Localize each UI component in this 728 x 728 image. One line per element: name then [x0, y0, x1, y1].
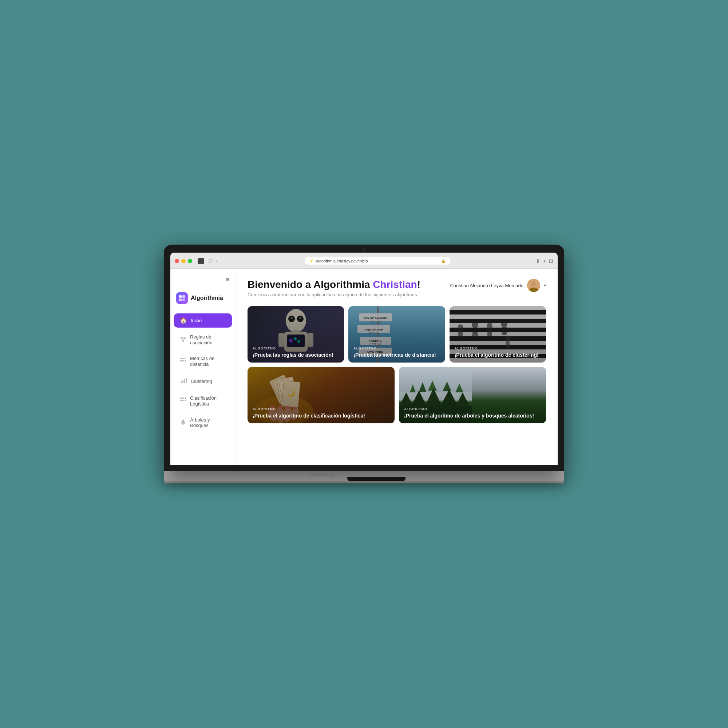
card-tag: ALGORITMO — [252, 347, 339, 350]
browser-toolbar: ⬛ ⊡ ‹ ⚡ algorithmia.chrisley.dev/inicio … — [170, 252, 558, 269]
card-title: ¡Prueba las reglas de asociación! — [252, 352, 339, 358]
card-metricas[interactable]: RIO DE JANEIRO 9,603 KM AMSTERDAM 9,925 … — [348, 306, 445, 362]
sidebar-item-clustering[interactable]: Clustering — [174, 373, 232, 389]
traffic-lights — [175, 259, 192, 263]
macbook-label: MacBook — [310, 472, 335, 477]
svg-rect-15 — [184, 379, 185, 383]
window-icon: ⊡ — [208, 258, 212, 263]
card-clustering[interactable]: ALGORITMO ¡Prueba el algoritmo de cluste… — [450, 306, 546, 362]
card-title: ¡Prueba el algoritmo de clustering! — [455, 352, 541, 358]
svg-rect-2 — [179, 298, 182, 301]
page-title: Bienvenido a Algorithmia Christian! — [248, 279, 421, 291]
svg-rect-9 — [185, 358, 186, 359]
maximize-button[interactable] — [188, 259, 192, 263]
svg-point-5 — [184, 337, 186, 339]
sidebar-toggle-icon[interactable]: ⊡ — [549, 258, 553, 264]
metricas-icon — [180, 358, 187, 366]
svg-rect-0 — [179, 295, 182, 298]
browser-actions: ⬆ + ⊡ — [536, 258, 553, 264]
svg-rect-16 — [186, 378, 187, 383]
logo-icon — [176, 292, 188, 304]
title-prefix: Bienvenido a Algorithmia — [248, 279, 373, 290]
svg-rect-12 — [185, 360, 186, 361]
svg-rect-3 — [182, 298, 185, 301]
card-tag: ALGORITMO — [252, 407, 390, 411]
back-button[interactable]: ⬛ — [196, 257, 206, 265]
svg-rect-18 — [182, 398, 184, 399]
share-icon[interactable]: ⬆ — [536, 258, 540, 264]
svg-rect-1 — [182, 295, 185, 298]
clustering-icon — [180, 377, 187, 385]
svg-rect-20 — [180, 400, 182, 401]
svg-rect-7 — [180, 358, 182, 359]
macbook-container: ⬛ ⊡ ‹ ⚡ algorithmia.chrisley.dev/inicio … — [164, 245, 564, 483]
sidebar-item-label: Clustering — [191, 379, 212, 384]
secure-icon: 🔒 — [441, 259, 445, 263]
card-content: ALGORITMO ¡Prueba el algoritmo de clasif… — [248, 403, 395, 423]
reglas-icon — [180, 336, 187, 344]
page-header: Bienvenido a Algorithmia Christian! Comi… — [248, 279, 546, 297]
sidebar-item-label: Clasificación Logística — [190, 395, 226, 407]
svg-rect-19 — [185, 398, 186, 399]
sidebar: ≡ Algorithmia — [170, 269, 236, 465]
sidebar-item-clasificacion[interactable]: Clasificación Logística — [174, 392, 232, 410]
address-bar[interactable]: ⚡ algorithmia.chrisley.dev/inicio 🔒 — [305, 257, 450, 265]
cards-top-row: ALGORITMO ¡Prueba las reglas de asociaci… — [248, 306, 546, 362]
browser-nav: ⬛ ⊡ ‹ — [196, 256, 219, 265]
svg-point-27 — [531, 281, 536, 286]
address-text: algorithmia.chrisley.dev/inicio — [316, 259, 368, 263]
address-bar-wrapper: ⚡ algorithmia.chrisley.dev/inicio 🔒 — [223, 257, 532, 265]
card-content: ALGORITMO ¡Prueba el algoritmo de cluste… — [450, 342, 546, 362]
hamburger-button[interactable]: ≡ — [224, 274, 231, 285]
card-title: ¡Prueba el algoritmo de clasificación lo… — [252, 412, 390, 419]
home-icon: 🏠 — [180, 317, 187, 324]
card-tag: ALGORITMO — [353, 347, 440, 350]
svg-rect-17 — [180, 398, 182, 399]
nav-prev-button[interactable]: ‹ — [214, 256, 219, 265]
card-title: ¡Prueba el algoritmo de arboles y bosque… — [404, 412, 541, 419]
card-reglas[interactable]: ALGORITMO ¡Prueba las reglas de asociaci… — [248, 306, 344, 362]
main-content: Bienvenido a Algorithmia Christian! Comi… — [236, 269, 558, 465]
svg-rect-25 — [183, 424, 184, 425]
svg-rect-22 — [185, 400, 186, 401]
card-tag: ALGORITMO — [455, 347, 541, 350]
card-title: ¡Prueba las métricas de distancia! — [353, 352, 440, 358]
macbook-notch — [347, 477, 405, 481]
sidebar-item-label: Árboles y Bosques — [190, 417, 226, 428]
svg-rect-10 — [180, 360, 182, 361]
macbook-base: MacBook — [164, 471, 564, 481]
clasificacion-icon — [180, 397, 187, 405]
page-subtitle: Comienza a interactuar con la aplicación… — [248, 292, 421, 297]
sidebar-item-inicio[interactable]: 🏠 Inicio — [174, 314, 232, 327]
title-highlight: Christian — [373, 279, 417, 290]
card-arboles[interactable]: ALGORITMO ¡Prueba el algoritmo de arbole… — [399, 367, 546, 423]
svg-rect-13 — [180, 381, 182, 383]
screen-bezel: ⬛ ⊡ ‹ ⚡ algorithmia.chrisley.dev/inicio … — [164, 245, 564, 471]
card-content: ALGORITMO ¡Prueba las métricas de distan… — [348, 342, 445, 362]
sidebar-item-label: Reglas de asociación — [190, 334, 226, 346]
sidebar-item-arboles[interactable]: Árboles y Bosques — [174, 413, 232, 432]
svg-rect-21 — [182, 400, 184, 401]
add-tab-icon[interactable]: + — [543, 258, 546, 264]
card-content: ALGORITMO ¡Prueba las reglas de asociaci… — [248, 342, 344, 362]
browser-window: ⬛ ⊡ ‹ ⚡ algorithmia.chrisley.dev/inicio … — [170, 252, 558, 465]
app-container: ≡ Algorithmia — [170, 269, 558, 465]
logo-text: Algorithmia — [191, 295, 223, 301]
page-title-area: Bienvenido a Algorithmia Christian! Comi… — [248, 279, 421, 297]
cards-bottom-row: ☀ ★ 🌙 — [248, 367, 546, 423]
minimize-button[interactable] — [181, 259, 186, 263]
card-clasificacion[interactable]: ☀ ★ 🌙 — [248, 367, 395, 423]
close-button[interactable] — [175, 259, 179, 263]
user-badge[interactable]: Christian Alejandro Leyva Mercado ▾ — [450, 279, 546, 292]
card-tag: ALGORITMO — [404, 407, 541, 411]
sidebar-item-label: Métricas de distancia — [190, 356, 226, 367]
svg-point-4 — [180, 337, 183, 339]
svg-rect-8 — [182, 358, 184, 359]
svg-point-6 — [182, 340, 184, 342]
sidebar-item-metricas[interactable]: Métricas de distancia — [174, 352, 232, 370]
svg-rect-14 — [182, 380, 184, 383]
sidebar-item-reglas[interactable]: Reglas de asociación — [174, 330, 232, 349]
sidebar-logo: Algorithmia — [170, 289, 236, 311]
arboles-icon — [180, 419, 187, 427]
card-content: ALGORITMO ¡Prueba el algoritmo de arbole… — [399, 403, 546, 423]
